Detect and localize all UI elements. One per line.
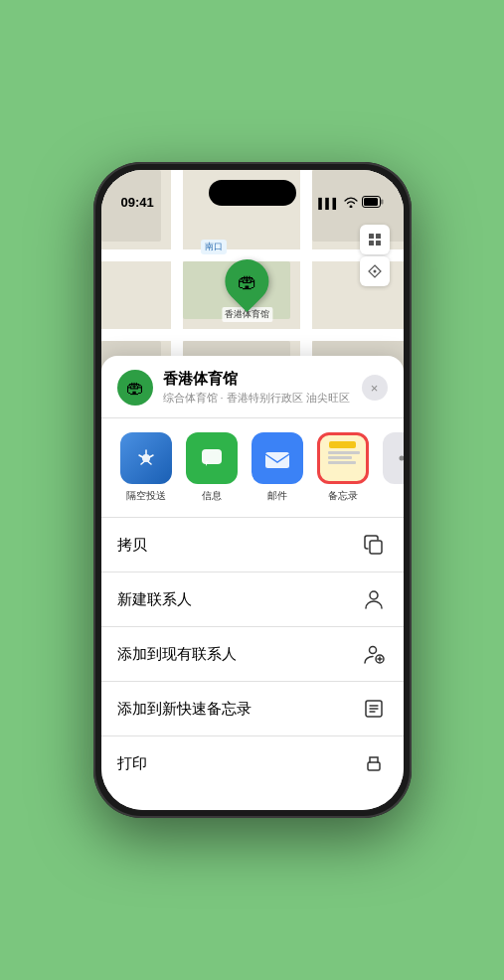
notes-line [328,451,360,454]
messages-label: 信息 [202,489,222,503]
svg-point-16 [369,647,376,654]
notes-label: 备忘录 [328,489,358,503]
action-copy[interactable]: 拷贝 [101,518,404,572]
action-new-contact-label: 新建联系人 [117,590,192,609]
notes-icon-inner [320,435,366,481]
note-icon [360,695,388,723]
action-quick-note-label: 添加到新快速备忘录 [117,700,252,719]
print-icon [360,749,388,777]
svg-rect-10 [265,452,289,468]
svg-rect-3 [369,234,374,239]
share-item-more[interactable]: 提 [380,432,404,503]
map-controls [360,225,390,286]
map-layers-button[interactable] [360,225,390,254]
battery-icon [362,196,384,210]
venue-card: 🏟 香港体育馆 综合体育馆 · 香港特别行政区 油尖旺区 × [101,356,404,418]
svg-rect-2 [381,200,384,205]
phone-screen: 09:41 ▌▌▌ [101,170,404,810]
location-button[interactable] [360,256,390,286]
airdrop-label: 隔空投送 [126,489,166,503]
action-add-existing-label: 添加到现有联系人 [117,645,237,664]
svg-point-11 [399,456,404,461]
venue-icon: 🏟 [117,370,153,406]
map-road [101,329,404,341]
venue-description: 综合体育馆 · 香港特别行政区 油尖旺区 [163,391,362,406]
action-new-contact[interactable]: 新建联系人 [101,572,404,627]
venue-info: 香港体育馆 综合体育馆 · 香港特别行政区 油尖旺区 [163,370,362,406]
svg-rect-4 [376,234,381,239]
svg-rect-5 [369,241,374,245]
share-item-messages[interactable]: 信息 [183,432,241,503]
notes-icon-wrap [317,432,369,484]
status-icons: ▌▌▌ [318,196,383,212]
action-print[interactable]: 打印 [101,736,404,790]
notes-line [328,461,356,464]
bottom-sheet: 🏟 香港体育馆 综合体育馆 · 香港特别行政区 油尖旺区 × [101,356,404,810]
stadium-pin-icon: 🏟 [237,270,256,293]
svg-rect-1 [364,198,378,206]
action-quick-note[interactable]: 添加到新快速备忘录 [101,682,404,736]
svg-point-7 [373,270,376,273]
status-time: 09:41 [121,195,154,212]
venue-emoji: 🏟 [126,378,144,399]
action-add-existing[interactable]: 添加到现有联系人 [101,627,404,682]
svg-point-8 [142,454,150,462]
stadium-pin: 🏟 香港体育馆 [222,259,272,322]
notes-line [328,456,352,459]
svg-rect-6 [376,241,381,245]
share-row: 隔空投送 信息 [101,418,404,518]
share-item-mail[interactable]: 邮件 [249,432,306,503]
svg-rect-19 [368,762,380,770]
airdrop-icon-wrap [120,432,172,484]
svg-point-15 [370,591,378,599]
map-north-exit-label: 南口 [201,240,227,254]
dynamic-island [209,180,296,206]
notes-top-bar [329,441,356,448]
notes-lines [324,451,362,464]
phone-frame: 09:41 ▌▌▌ [93,162,412,818]
more-icon-wrap [383,432,404,484]
copy-icon [360,531,388,559]
action-print-label: 打印 [117,754,147,773]
messages-icon-wrap [186,432,238,484]
share-item-airdrop[interactable]: 隔空投送 [117,432,175,503]
pin-circle: 🏟 [216,250,277,312]
person-add-icon [360,640,388,668]
person-icon [360,585,388,613]
mail-label: 邮件 [267,489,287,503]
venue-name: 香港体育馆 [163,370,362,389]
mail-icon-wrap [252,432,303,484]
signal-icon: ▌▌▌ [318,198,339,209]
svg-rect-14 [370,541,382,554]
svg-rect-9 [202,449,222,464]
action-copy-label: 拷贝 [117,536,147,555]
wifi-icon [344,197,358,210]
share-item-notes[interactable]: 备忘录 [314,432,372,503]
close-button[interactable]: × [362,375,388,401]
